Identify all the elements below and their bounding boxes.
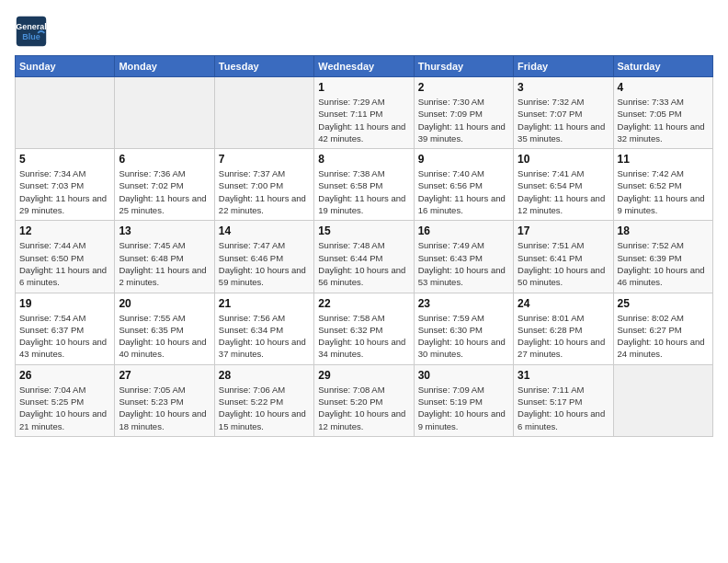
calendar-cell: 18Sunrise: 7:52 AMSunset: 6:39 PMDayligh… [613, 221, 712, 293]
day-number: 9 [418, 153, 509, 166]
day-info: Sunrise: 7:49 AMSunset: 6:43 PMDaylight:… [418, 239, 509, 288]
calendar-week-2: 5Sunrise: 7:34 AMSunset: 7:03 PMDaylight… [16, 149, 713, 221]
logo: General Blue [15, 15, 51, 48]
calendar-cell [214, 77, 313, 149]
calendar-cell: 30Sunrise: 7:09 AMSunset: 5:19 PMDayligh… [414, 364, 513, 436]
calendar-cell: 14Sunrise: 7:47 AMSunset: 6:46 PMDayligh… [214, 221, 313, 293]
calendar-cell: 25Sunrise: 8:02 AMSunset: 6:27 PMDayligh… [613, 293, 712, 364]
calendar-cell: 23Sunrise: 7:59 AMSunset: 6:30 PMDayligh… [414, 293, 513, 364]
day-number: 2 [418, 81, 509, 94]
day-number: 29 [318, 369, 409, 382]
day-number: 26 [19, 369, 110, 382]
calendar-cell: 27Sunrise: 7:05 AMSunset: 5:23 PMDayligh… [115, 364, 214, 436]
day-info: Sunrise: 7:55 AMSunset: 6:35 PMDaylight:… [119, 312, 210, 361]
calendar-cell: 31Sunrise: 7:11 AMSunset: 5:17 PMDayligh… [514, 364, 613, 436]
day-info: Sunrise: 7:54 AMSunset: 6:37 PMDaylight:… [19, 312, 110, 361]
day-info: Sunrise: 7:44 AMSunset: 6:50 PMDaylight:… [19, 239, 110, 288]
weekday-header-row: SundayMondayTuesdayWednesdayThursdayFrid… [16, 56, 713, 77]
calendar-cell: 10Sunrise: 7:41 AMSunset: 6:54 PMDayligh… [514, 149, 613, 221]
calendar-table: SundayMondayTuesdayWednesdayThursdayFrid… [15, 55, 713, 437]
logo-icon: General Blue [15, 15, 48, 48]
day-number: 24 [518, 297, 609, 310]
day-number: 23 [418, 297, 509, 310]
calendar-cell: 8Sunrise: 7:38 AMSunset: 6:58 PMDaylight… [314, 149, 414, 221]
day-info: Sunrise: 7:52 AMSunset: 6:39 PMDaylight:… [618, 239, 709, 288]
day-number: 15 [318, 224, 409, 237]
calendar-cell [115, 77, 214, 149]
day-info: Sunrise: 7:32 AMSunset: 7:07 PMDaylight:… [518, 96, 609, 144]
day-number: 11 [618, 153, 709, 166]
calendar-cell: 2Sunrise: 7:30 AMSunset: 7:09 PMDaylight… [414, 77, 513, 149]
day-number: 30 [418, 369, 509, 382]
day-info: Sunrise: 7:40 AMSunset: 6:56 PMDaylight:… [418, 167, 509, 216]
day-info: Sunrise: 7:29 AMSunset: 7:11 PMDaylight:… [318, 96, 409, 144]
weekday-header-friday: Friday [514, 56, 613, 77]
calendar-cell: 15Sunrise: 7:48 AMSunset: 6:44 PMDayligh… [314, 221, 414, 293]
day-number: 13 [119, 224, 210, 237]
calendar-cell: 1Sunrise: 7:29 AMSunset: 7:11 PMDaylight… [314, 77, 414, 149]
day-info: Sunrise: 7:30 AMSunset: 7:09 PMDaylight:… [418, 96, 509, 144]
calendar-cell: 28Sunrise: 7:06 AMSunset: 5:22 PMDayligh… [214, 364, 313, 436]
calendar-cell: 11Sunrise: 7:42 AMSunset: 6:52 PMDayligh… [613, 149, 712, 221]
day-info: Sunrise: 7:06 AMSunset: 5:22 PMDaylight:… [219, 384, 310, 432]
calendar-cell [613, 364, 712, 436]
day-info: Sunrise: 7:38 AMSunset: 6:58 PMDaylight:… [318, 167, 409, 216]
day-info: Sunrise: 7:51 AMSunset: 6:41 PMDaylight:… [518, 239, 609, 288]
day-info: Sunrise: 7:34 AMSunset: 7:03 PMDaylight:… [19, 167, 110, 216]
day-info: Sunrise: 7:36 AMSunset: 7:02 PMDaylight:… [119, 167, 210, 216]
calendar-cell: 19Sunrise: 7:54 AMSunset: 6:37 PMDayligh… [16, 293, 115, 364]
day-info: Sunrise: 7:05 AMSunset: 5:23 PMDaylight:… [119, 384, 210, 432]
calendar-week-1: 1Sunrise: 7:29 AMSunset: 7:11 PMDaylight… [16, 77, 713, 149]
day-info: Sunrise: 7:33 AMSunset: 7:05 PMDaylight:… [618, 96, 709, 144]
calendar-cell: 13Sunrise: 7:45 AMSunset: 6:48 PMDayligh… [115, 221, 214, 293]
calendar-week-3: 12Sunrise: 7:44 AMSunset: 6:50 PMDayligh… [16, 221, 713, 293]
day-number: 4 [618, 81, 709, 94]
calendar-cell: 5Sunrise: 7:34 AMSunset: 7:03 PMDaylight… [16, 149, 115, 221]
weekday-header-thursday: Thursday [414, 56, 513, 77]
day-number: 3 [518, 81, 609, 94]
day-info: Sunrise: 7:58 AMSunset: 6:32 PMDaylight:… [318, 312, 409, 361]
calendar-cell: 3Sunrise: 7:32 AMSunset: 7:07 PMDaylight… [514, 77, 613, 149]
calendar-cell: 24Sunrise: 8:01 AMSunset: 6:28 PMDayligh… [514, 293, 613, 364]
weekday-header-tuesday: Tuesday [214, 56, 313, 77]
day-info: Sunrise: 8:01 AMSunset: 6:28 PMDaylight:… [518, 312, 609, 361]
page-header: General Blue [15, 15, 713, 48]
day-number: 12 [19, 224, 110, 237]
calendar-cell: 6Sunrise: 7:36 AMSunset: 7:02 PMDaylight… [115, 149, 214, 221]
calendar-cell [16, 77, 115, 149]
day-info: Sunrise: 7:47 AMSunset: 6:46 PMDaylight:… [219, 239, 310, 288]
day-number: 17 [518, 224, 609, 237]
calendar-cell: 7Sunrise: 7:37 AMSunset: 7:00 PMDaylight… [214, 149, 313, 221]
day-number: 18 [618, 224, 709, 237]
day-number: 31 [518, 369, 609, 382]
weekday-header-saturday: Saturday [613, 56, 712, 77]
day-number: 20 [119, 297, 210, 310]
calendar-cell: 21Sunrise: 7:56 AMSunset: 6:34 PMDayligh… [214, 293, 313, 364]
day-number: 22 [318, 297, 409, 310]
calendar-week-5: 26Sunrise: 7:04 AMSunset: 5:25 PMDayligh… [16, 364, 713, 436]
day-info: Sunrise: 7:45 AMSunset: 6:48 PMDaylight:… [119, 239, 210, 288]
calendar-cell: 22Sunrise: 7:58 AMSunset: 6:32 PMDayligh… [314, 293, 414, 364]
day-number: 28 [219, 369, 310, 382]
day-number: 16 [418, 224, 509, 237]
day-number: 10 [518, 153, 609, 166]
day-number: 6 [119, 153, 210, 166]
svg-text:Blue: Blue [22, 32, 40, 41]
day-number: 21 [219, 297, 310, 310]
day-number: 8 [318, 153, 409, 166]
calendar-cell: 4Sunrise: 7:33 AMSunset: 7:05 PMDaylight… [613, 77, 712, 149]
svg-text:General: General [16, 22, 47, 31]
day-number: 27 [119, 369, 210, 382]
day-number: 1 [318, 81, 409, 94]
day-number: 19 [19, 297, 110, 310]
day-info: Sunrise: 7:48 AMSunset: 6:44 PMDaylight:… [318, 239, 409, 288]
day-number: 7 [219, 153, 310, 166]
day-info: Sunrise: 7:42 AMSunset: 6:52 PMDaylight:… [618, 167, 709, 216]
calendar-cell: 9Sunrise: 7:40 AMSunset: 6:56 PMDaylight… [414, 149, 513, 221]
day-number: 25 [618, 297, 709, 310]
calendar-cell: 12Sunrise: 7:44 AMSunset: 6:50 PMDayligh… [16, 221, 115, 293]
weekday-header-monday: Monday [115, 56, 214, 77]
day-number: 14 [219, 224, 310, 237]
day-info: Sunrise: 7:04 AMSunset: 5:25 PMDaylight:… [19, 384, 110, 432]
day-info: Sunrise: 7:59 AMSunset: 6:30 PMDaylight:… [418, 312, 509, 361]
